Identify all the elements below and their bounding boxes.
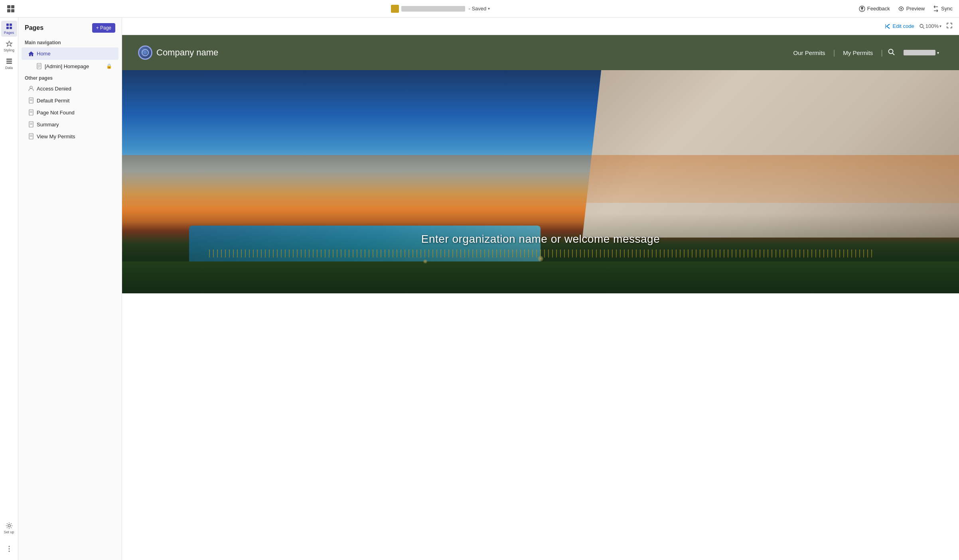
nav-my-permits[interactable]: My Permits [835,49,881,56]
svg-point-15 [8,546,10,547]
preview-toolbar: Edit code 100% ▾ [122,18,959,35]
svg-rect-7 [6,24,9,26]
sidebar-item-page-not-found[interactable]: Page Not Found [22,107,118,118]
sidebar-item-access-denied-label: Access Denied [37,86,71,92]
hero-section: Enter organization name or welcome messa… [122,70,959,293]
more-icon [6,545,13,552]
doc-icon-3 [28,121,34,128]
svg-rect-0 [7,5,10,8]
topbar: - Saved ▾ Feedback Preview Sync [0,0,959,18]
add-page-button[interactable]: + Page [92,23,115,33]
zoom-icon [919,24,925,29]
hero-pool [189,226,541,269]
hero-welcome-text: Enter organization name or welcome messa… [421,233,660,245]
sidebar-item-summary-label: Summary [37,122,59,128]
user-icon [28,85,34,92]
chevron-down-icon[interactable]: ▾ [488,6,490,11]
svg-line-42 [893,53,895,55]
feedback-label: Feedback [867,6,890,12]
user-name: ▾ [900,50,943,55]
sunset-overlay [122,155,959,203]
zoom-control[interactable]: 100% ▾ [919,23,941,29]
nav-pages-label: Pages [4,31,14,35]
topbar-filename [391,5,465,13]
sidebar-item-view-my-permits[interactable]: View My Permits [22,131,118,142]
nav-more[interactable] [1,541,17,557]
svg-rect-10 [10,27,12,29]
topbar-left [6,4,22,13]
svg-rect-8 [10,24,12,26]
setup-icon [6,522,13,529]
svg-rect-1 [11,5,14,8]
site-nav: Our Permits | My Permits | ▾ [785,48,943,57]
saved-badge: - Saved ▾ [468,6,490,12]
main-nav-title: Main navigation [18,37,122,47]
preview-button[interactable]: Preview [898,6,925,12]
zoom-level: 100% [925,23,939,29]
svg-point-17 [8,551,10,552]
svg-point-16 [8,548,10,550]
site-header: Company name Our Permits | My Permits | [122,35,959,70]
sidebar-item-page-not-found-label: Page Not Found [37,110,75,116]
nav-data[interactable]: Data [1,56,17,72]
svg-line-38 [923,27,924,29]
sidebar-item-admin-homepage-label: [Admin] Homepage [45,63,89,69]
hero-text: Enter organization name or welcome messa… [122,233,959,246]
doc-icon-4 [28,133,34,140]
sidebar-item-admin-homepage[interactable]: [Admin] Homepage 🔒 [22,61,118,72]
search-icon[interactable] [883,48,900,57]
sidebar-header: Pages + Page [18,18,122,37]
pages-sidebar: Pages + Page Main navigation Home ⋯ [Adm… [18,18,122,560]
sync-button[interactable]: Sync [933,6,953,12]
user-chevron-icon: ▾ [937,51,939,55]
filename-text [401,6,465,12]
feedback-button[interactable]: Feedback [859,6,890,12]
sync-icon [933,6,939,12]
data-icon [6,58,13,65]
company-name: Company name [156,47,218,58]
svg-point-22 [30,86,32,88]
website-frame: Company name Our Permits | My Permits | [122,35,959,560]
sidebar-item-home[interactable]: Home ⋯ [22,47,118,60]
nav-our-permits[interactable]: Our Permits [785,49,833,56]
pool-light [538,256,543,261]
edit-code-button[interactable]: Edit code [884,23,914,29]
svg-rect-12 [6,61,12,62]
svg-point-40 [144,51,147,54]
nav-styling-label: Styling [4,48,14,52]
preview-icon [898,6,904,12]
home-grid-icon [6,4,15,13]
sidebar-item-default-permit[interactable]: Default Permit [22,95,118,106]
page-icon [36,63,42,69]
icon-nav: Pages Styling Data Set up [0,18,18,560]
other-pages-title: Other pages [18,72,122,83]
logo-graphic [141,48,150,57]
sidebar-item-view-my-permits-label: View My Permits [37,134,75,140]
zoom-chevron-icon[interactable]: ▾ [939,24,941,28]
city-lights [206,250,875,257]
website-preview[interactable]: Company name Our Permits | My Permits | [122,35,959,560]
lock-icon: 🔒 [106,63,112,69]
svg-rect-3 [11,9,14,12]
topbar-center: - Saved ▾ [391,5,490,13]
preview-area: Edit code 100% ▾ [122,18,959,560]
sidebar-item-summary[interactable]: Summary [22,119,118,130]
main-layout: Pages Styling Data Set up [0,18,959,560]
nav-styling[interactable]: Styling [1,38,17,54]
doc-icon-1 [28,97,34,104]
svg-rect-9 [6,27,9,29]
sidebar-item-access-denied[interactable]: Access Denied [22,83,118,94]
nav-pages[interactable]: Pages [1,21,17,37]
svg-marker-36 [885,24,886,29]
pages-icon [6,23,13,30]
site-logo: Company name [138,45,785,60]
svg-point-41 [889,49,893,53]
svg-marker-35 [886,24,890,29]
preview-toolbar-right: Edit code 100% ▾ [884,22,953,30]
svg-rect-13 [6,63,12,64]
svg-rect-2 [7,9,10,12]
nav-setup[interactable]: Set up [1,520,17,536]
sidebar-item-home-label: Home [37,51,51,57]
sidebar-item-default-permit-label: Default Permit [37,98,69,104]
expand-button[interactable] [946,22,953,30]
